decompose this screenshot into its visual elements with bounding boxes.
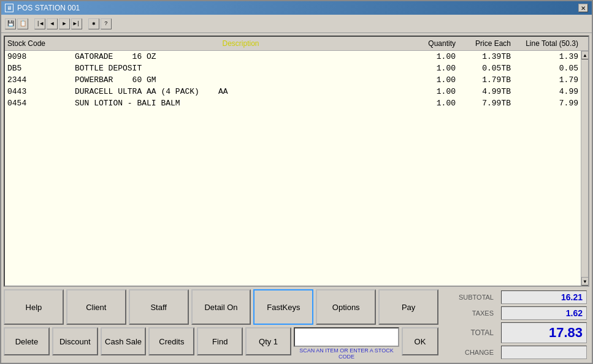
staff-button[interactable]: Staff	[129, 289, 189, 325]
cell-stock-code: DB5	[5, 63, 72, 74]
cell-quantity: 1.00	[409, 63, 458, 74]
cell-price-each: 0.05TB	[458, 63, 513, 74]
scroll-thumb[interactable]	[581, 59, 588, 277]
change-row: CHANGE	[442, 344, 589, 360]
cell-quantity: 1.00	[409, 75, 458, 85]
cell-line-total: 4.99	[513, 86, 581, 97]
cell-line-total: 1.39	[513, 51, 581, 62]
cell-quantity: 1.00	[409, 86, 458, 97]
cell-price-each: 7.99TB	[458, 98, 513, 108]
buttons-row-1: HelpClientStaffDetail OnFastKeysOptionsP…	[4, 289, 438, 325]
scan-input[interactable]	[294, 327, 399, 347]
toolbar-save-icon[interactable]: 💾	[5, 18, 16, 29]
cell-stock-code: 0454	[5, 98, 72, 108]
window-title: POS STATION 001	[17, 4, 80, 12]
taxes-label: TAXES	[445, 309, 494, 317]
credits-button[interactable]: Credits	[148, 327, 194, 355]
total-value: 17.83	[501, 322, 587, 343]
toolbar-first-icon[interactable]: |◀	[34, 18, 45, 29]
main-window: 🖥 POS STATION 001 ✕ 💾 📋 |◀ ◀ ▶ ▶| ✱ ? St…	[0, 0, 593, 364]
col-scroll-spacer	[581, 38, 588, 49]
total-row: TOTAL 17.83	[442, 321, 589, 344]
taxes-value: 1.62	[501, 306, 587, 320]
cell-quantity: 1.00	[409, 98, 458, 108]
cell-stock-code: 2344	[5, 75, 72, 85]
toolbar-star-icon[interactable]: ✱	[88, 18, 99, 29]
ok-button[interactable]: OK	[402, 327, 438, 355]
bottom-section: HelpClientStaffDetail OnFastKeysOptionsP…	[4, 289, 589, 360]
window-icon: 🖥	[5, 4, 13, 12]
cell-stock-code: 0443	[5, 86, 72, 97]
taxes-row: TAXES 1.62	[442, 305, 589, 321]
buttons-area: HelpClientStaffDetail OnFastKeysOptionsP…	[4, 289, 438, 360]
discount-button[interactable]: Discount	[52, 327, 98, 355]
cell-quantity: 1.00	[409, 51, 458, 62]
content-area: Stock Code Description Quantity Price Ea…	[1, 33, 592, 363]
cell-line-total: 0.05	[513, 63, 581, 74]
table-body: 9098 GATORADE 16 OZ 1.00 1.39TB 1.39 DB5…	[5, 51, 581, 286]
fastkeys-button[interactable]: FastKeys	[253, 289, 313, 325]
subtotal-label: SUBTOTAL	[445, 294, 494, 301]
toolbar-copy-icon[interactable]: 📋	[17, 18, 28, 29]
scan-input-area: SCAN AN ITEM OR ENTER A STOCK CODE	[294, 327, 399, 360]
cell-line-total: 1.79	[513, 75, 581, 85]
toolbar-prev-icon[interactable]: ◀	[47, 18, 58, 29]
change-label: CHANGE	[445, 349, 494, 356]
cell-stock-code: 9098	[5, 51, 72, 62]
total-label: TOTAL	[445, 328, 494, 337]
col-price-each: Price Each	[458, 38, 513, 49]
table-row[interactable]: 9098 GATORADE 16 OZ 1.00 1.39TB 1.39	[5, 51, 581, 63]
scroll-down-icon[interactable]: ▼	[581, 277, 588, 286]
delete-button[interactable]: Delete	[4, 327, 50, 355]
cell-description: POWERBAR 60 GM	[72, 75, 409, 85]
table-row[interactable]: 2344 POWERBAR 60 GM 1.00 1.79TB 1.79	[5, 74, 581, 86]
scroll-up-icon[interactable]: ▲	[581, 51, 588, 59]
toolbar-next-icon[interactable]: ▶	[59, 18, 70, 29]
close-button[interactable]: ✕	[578, 4, 588, 12]
col-description: Description	[72, 38, 409, 49]
subtotal-row: SUBTOTAL 16.21	[442, 289, 589, 305]
help-button[interactable]: Help	[4, 289, 64, 325]
client-button[interactable]: Client	[66, 289, 126, 325]
toolbar-help-icon[interactable]: ?	[101, 18, 112, 29]
pay-button[interactable]: Pay	[378, 289, 438, 325]
cell-line-total: 7.99	[513, 98, 581, 108]
summary-area: SUBTOTAL 16.21 TAXES 1.62 TOTAL 17.83 CH…	[442, 289, 589, 360]
table-row[interactable]: DB5 BOTTLE DEPOSIT 1.00 0.05TB 0.05	[5, 63, 581, 74]
detail-on-button[interactable]: Detail On	[191, 289, 251, 325]
scan-hint: SCAN AN ITEM OR ENTER A STOCK CODE	[294, 347, 399, 360]
change-value	[501, 346, 587, 359]
title-bar: 🖥 POS STATION 001 ✕	[1, 1, 592, 15]
col-line-total: Line Total (50.3)	[513, 38, 581, 49]
toolbar-last-icon[interactable]: ▶|	[71, 18, 82, 29]
table-row[interactable]: 0454 SUN LOTION - BALI BALM 1.00 7.99TB …	[5, 97, 581, 109]
col-stock-code: Stock Code	[5, 38, 72, 49]
options-button[interactable]: Options	[316, 289, 376, 325]
table-scroll-area: 9098 GATORADE 16 OZ 1.00 1.39TB 1.39 DB5…	[5, 51, 588, 286]
cell-price-each: 4.99TB	[458, 86, 513, 97]
items-table-container: Stock Code Description Quantity Price Ea…	[4, 36, 589, 287]
qty1-button[interactable]: Qty 1	[245, 327, 291, 355]
cell-description: SUN LOTION - BALI BALM	[72, 98, 409, 108]
cell-description: GATORADE 16 OZ	[72, 51, 409, 62]
cell-price-each: 1.39TB	[458, 51, 513, 62]
subtotal-value: 16.21	[501, 290, 587, 304]
toolbar: 💾 📋 |◀ ◀ ▶ ▶| ✱ ?	[1, 15, 592, 33]
table-row[interactable]: 0443 DURACELL ULTRA AA (4 PACK) AA 1.00 …	[5, 86, 581, 97]
cell-description: BOTTLE DEPOSIT	[72, 63, 409, 74]
buttons-row-2: DeleteDiscountCash SaleCreditsFindQty 1 …	[4, 327, 438, 360]
find-button[interactable]: Find	[197, 327, 243, 355]
cell-description: DURACELL ULTRA AA (4 PACK) AA	[72, 86, 409, 97]
cash-sale-button[interactable]: Cash Sale	[101, 327, 147, 355]
cell-price-each: 1.79TB	[458, 75, 513, 85]
scrollbar[interactable]: ▲ ▼	[581, 51, 588, 286]
col-quantity: Quantity	[409, 38, 458, 49]
table-header: Stock Code Description Quantity Price Ea…	[5, 37, 588, 51]
